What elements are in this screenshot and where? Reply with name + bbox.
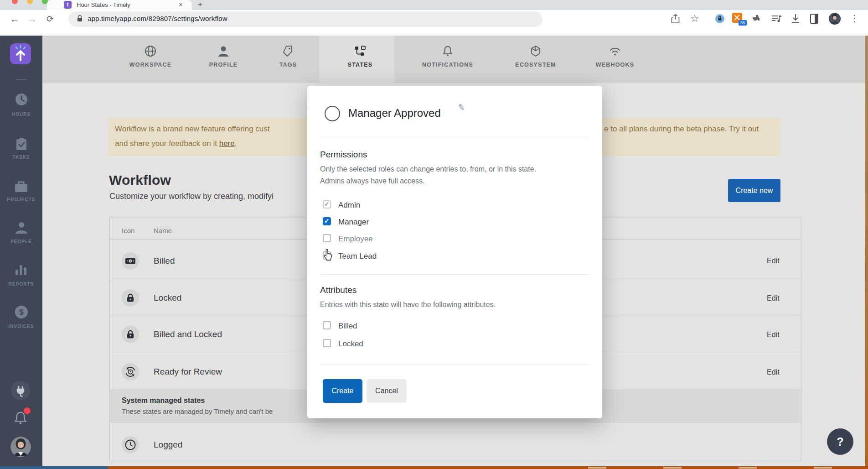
integrations-plug-icon[interactable]: [11, 381, 30, 400]
state-color-circle[interactable]: [325, 106, 340, 121]
sidebar-item-projects[interactable]: PROJECTS: [0, 197, 42, 202]
table-line: [109, 461, 801, 461]
projects-icon[interactable]: [14, 180, 28, 193]
help-button[interactable]: ?: [827, 428, 853, 455]
tab-workspace[interactable]: WORKSPACE: [119, 45, 182, 68]
create-new-button[interactable]: Create new: [728, 179, 780, 202]
banner-line1-left: Workflow is a brand new feature offering…: [115, 125, 270, 134]
tab-close-icon[interactable]: ×: [179, 0, 183, 8]
forward-button[interactable]: →: [27, 14, 37, 25]
system-managed-subtitle: These states are managed by Timely and c…: [122, 407, 273, 415]
video-bar-mark: [739, 467, 757, 469]
download-icon[interactable]: [791, 14, 800, 24]
checkbox-employee-label[interactable]: Employee: [338, 234, 373, 244]
invoices-icon[interactable]: $: [14, 305, 29, 319]
new-tab-button[interactable]: +: [198, 0, 202, 9]
page-subtitle: Customize your workflow by creating, mod…: [109, 192, 274, 201]
browser-menu-icon[interactable]: ⋮: [850, 13, 859, 24]
video-bar-mark: [663, 467, 682, 469]
banner-here-link[interactable]: here: [219, 139, 235, 148]
profile-person-icon: [191, 45, 255, 57]
back-button[interactable]: ←: [10, 14, 20, 25]
sidebar-item-invoices[interactable]: INVOICES: [0, 324, 42, 329]
banner-line2: and share your feedback on it here.: [115, 139, 237, 148]
locked-state-icon: [122, 289, 139, 307]
checkbox-team-lead-label[interactable]: Team Lead: [338, 252, 377, 261]
permissions-heading: Permissions: [320, 150, 367, 160]
state-row-name: Logged: [154, 440, 182, 450]
column-header-icon: Icon: [122, 227, 134, 234]
tab-states[interactable]: STATES: [328, 45, 392, 68]
checkbox-billed[interactable]: [323, 321, 331, 329]
edit-title-pencil-icon[interactable]: ✎: [457, 102, 466, 113]
attributes-heading: Attributes: [320, 285, 356, 295]
checkbox-manager[interactable]: ✓: [323, 217, 331, 225]
create-button[interactable]: Create: [323, 379, 362, 403]
extensions-puzzle-icon[interactable]: [752, 14, 762, 23]
extension-badge: 55: [739, 20, 747, 26]
share-icon[interactable]: [671, 14, 680, 24]
notifications-bell-icon[interactable]: [12, 409, 29, 427]
bookmark-star-icon[interactable]: ☆: [690, 13, 699, 25]
video-progress-blue: [0, 466, 108, 469]
url-text[interactable]: app.timelyapp.com/829807/settings/workfl…: [88, 15, 227, 22]
modal-divider: [320, 274, 589, 275]
checkbox-employee[interactable]: [323, 234, 331, 242]
edit-locked-link[interactable]: Edit: [767, 294, 780, 302]
sidebar-item-hours[interactable]: HOURS: [0, 112, 42, 117]
svg-text:$: $: [19, 308, 24, 317]
edit-billed-link[interactable]: Edit: [767, 257, 780, 265]
reload-button[interactable]: ⟳: [46, 14, 54, 24]
column-header-name: Name: [154, 227, 172, 234]
checkbox-locked-label[interactable]: Locked: [338, 339, 363, 349]
notification-dot: [24, 407, 31, 414]
notifications-bell-nav-icon: [416, 45, 480, 57]
permissions-description: Only the selected roles can change entri…: [320, 163, 537, 187]
table-border-left: [109, 218, 110, 461]
tab-notifications[interactable]: NOTIFICATIONS: [416, 45, 480, 68]
state-row-name: Billed: [154, 256, 175, 266]
lock-icon: [77, 15, 83, 22]
checkbox-admin-label[interactable]: Admin: [338, 201, 360, 210]
modal-divider: [320, 364, 589, 365]
checkmark-icon: ✓: [324, 200, 330, 208]
browser-profile-avatar[interactable]: [829, 13, 841, 25]
checkbox-billed-label[interactable]: Billed: [338, 322, 357, 331]
tab-title: Hour States - Timely: [77, 1, 130, 8]
reading-list-icon[interactable]: [810, 14, 819, 24]
webhooks-wifi-icon: [583, 45, 647, 57]
hours-icon[interactable]: [15, 93, 28, 106]
hand-cursor: [322, 249, 334, 261]
timely-favicon-icon: t: [64, 1, 72, 9]
tags-tag-icon: [256, 45, 320, 57]
extension-blue-icon[interactable]: [715, 14, 725, 24]
edit-ready-for-review-link[interactable]: Edit: [767, 368, 780, 376]
edit-billed-and-locked-link[interactable]: Edit: [767, 331, 780, 339]
sidebar-item-tasks[interactable]: TASKS: [0, 155, 42, 160]
sidebar-item-people[interactable]: PEOPLE: [0, 239, 42, 244]
tab-webhooks[interactable]: WEBHOOKS: [583, 45, 647, 68]
state-row-name: Locked: [154, 293, 181, 303]
sidebar-item-reports[interactable]: REPORTS: [0, 281, 42, 287]
create-state-modal: Manager Approved ✎ Permissions Only the …: [307, 86, 602, 418]
states-flow-icon: [328, 45, 392, 57]
video-bar-mark: [588, 467, 606, 469]
ready-for-review-state-icon: [122, 363, 139, 380]
playlist-icon[interactable]: [771, 14, 781, 23]
cancel-button[interactable]: Cancel: [367, 379, 407, 403]
tasks-icon[interactable]: [15, 137, 28, 151]
people-icon[interactable]: [15, 221, 28, 234]
checkbox-manager-label[interactable]: Manager: [338, 218, 369, 227]
table-border-right: [801, 218, 801, 461]
state-row-name: Billed and Locked: [154, 329, 222, 339]
attributes-description: Entries with this state will have the fo…: [320, 299, 557, 311]
user-avatar[interactable]: [10, 437, 31, 457]
video-frame-edge: [865, 36, 868, 469]
timely-logo[interactable]: [10, 43, 31, 64]
reports-icon[interactable]: [15, 263, 27, 277]
tab-profile[interactable]: PROFILE: [191, 45, 255, 68]
checkbox-locked[interactable]: [323, 339, 331, 347]
tab-tags[interactable]: TAGS: [256, 45, 320, 68]
tab-ecosystem[interactable]: ECOSYSTEM: [504, 45, 568, 68]
checkbox-admin[interactable]: ✓: [323, 200, 331, 208]
